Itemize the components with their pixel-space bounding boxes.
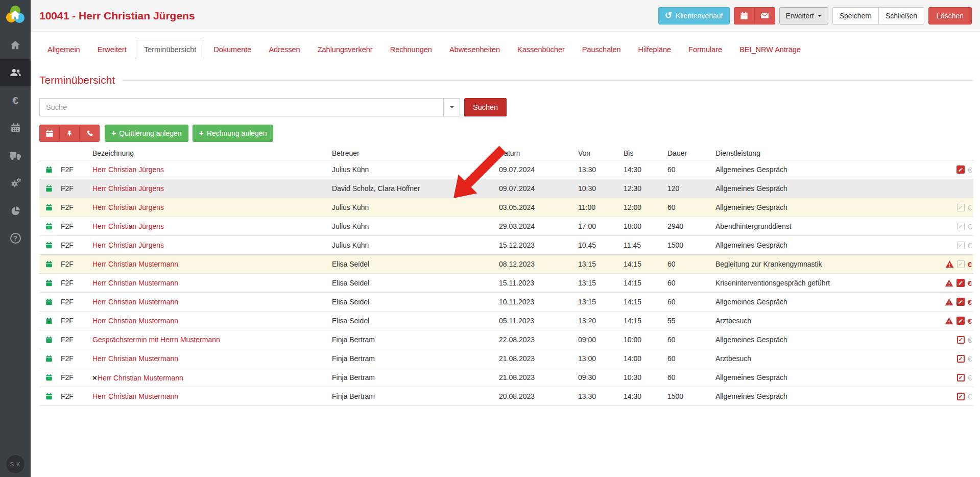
tab-zahlungsverkehr[interactable]: Zahlungsverkehr xyxy=(309,40,381,59)
sidebar-item-help[interactable]: ? xyxy=(0,224,31,252)
appointment-link[interactable]: Herr Christian Mustermann xyxy=(92,298,178,306)
cell-dauer: 1500 xyxy=(664,392,712,400)
search-row: Suchen xyxy=(39,98,973,116)
table-row[interactable]: F2FHerr Christian MustermannFinja Bertra… xyxy=(39,349,973,368)
edit-note-icon[interactable] xyxy=(957,279,965,287)
table-row[interactable]: F2FHerr Christian JürgensJulius Kühn09.0… xyxy=(39,160,973,179)
appointment-link[interactable]: Herr Christian Jürgens xyxy=(92,184,164,193)
loeschen-button[interactable]: Löschen xyxy=(928,7,972,25)
table-row[interactable]: F2FHerr Christian JürgensDavid Scholz, C… xyxy=(39,179,973,198)
cell-betreuer: Elisa Seidel xyxy=(328,260,495,268)
cell-dienstleistung: Allgemeines Gespräch xyxy=(712,298,934,306)
home-logo-icon xyxy=(9,9,21,21)
appointment-link[interactable]: Herr Christian Mustermann xyxy=(92,260,178,268)
appointment-link[interactable]: Herr Christian Mustermann xyxy=(92,317,178,325)
euro-status-icon: € xyxy=(968,298,972,306)
tab-dokumente[interactable]: Dokumente xyxy=(205,40,259,59)
quittierung-anlegen-button[interactable]: + Quittierung anlegen xyxy=(105,125,188,142)
user-avatar[interactable]: S K xyxy=(6,455,25,474)
speichern-button[interactable]: Speichern xyxy=(832,7,879,25)
appointment-link[interactable]: Herr Christian Jürgens xyxy=(92,241,164,249)
appointment-link[interactable]: Herr Christian Mustermann xyxy=(92,354,178,363)
suchen-button[interactable]: Suchen xyxy=(464,98,507,116)
table-row[interactable]: F2FHerr Christian MustermannElisa Seidel… xyxy=(39,312,973,330)
envelope-button[interactable] xyxy=(754,7,775,25)
checkbox-checked-gray-icon[interactable]: ✓ xyxy=(957,260,965,268)
table-row[interactable]: F2FHerr Christian JürgensJulius Kühn03.0… xyxy=(39,198,973,217)
tab-formulare[interactable]: Formulare xyxy=(680,40,730,59)
checkbox-checked-gray-icon[interactable]: ✓ xyxy=(957,223,965,230)
app-logo[interactable] xyxy=(5,6,26,25)
checkbox-checked-red-icon[interactable]: ✓ xyxy=(957,374,965,381)
sidebar-item-home[interactable] xyxy=(0,31,31,59)
appointment-link[interactable]: Herr Christian Jürgens xyxy=(92,222,164,230)
cell-betreuer: David Scholz, Clara Höffner xyxy=(328,184,495,193)
sidebar-item-calendar[interactable] xyxy=(0,114,31,141)
cell-betreuer: Julius Kühn xyxy=(328,165,495,174)
cell-bezeichnung: Herr Christian Jürgens xyxy=(89,165,328,174)
table-row[interactable]: F2FHerr Christian JürgensJulius Kühn29.0… xyxy=(39,217,973,236)
table-row[interactable]: F2FHerr Christian JürgensJulius Kühn15.1… xyxy=(39,236,973,255)
tab-hilfepläne[interactable]: Hilfepläne xyxy=(630,40,680,59)
checkbox-checked-red-icon[interactable]: ✓ xyxy=(957,393,965,400)
tab-abwesenheiten[interactable]: Abwesenheiten xyxy=(441,40,508,59)
appointment-link[interactable]: Gesprächstermin mit Herrn Mustermann xyxy=(92,336,220,344)
col-bis[interactable]: Bis xyxy=(620,149,664,157)
appointment-link[interactable]: Herr Christian Jürgens xyxy=(92,203,164,211)
rechnung-anlegen-button[interactable]: + Rechnung anlegen xyxy=(193,125,274,142)
appointment-link[interactable]: Herr Christian Jürgens xyxy=(92,165,164,174)
col-betreuer[interactable]: Betreuer xyxy=(328,149,495,157)
tab-rechnungen[interactable]: Rechnungen xyxy=(382,40,440,59)
sidebar-item-settings[interactable] xyxy=(0,169,31,197)
sidebar-item-finance[interactable]: € xyxy=(0,86,31,114)
table-row[interactable]: F2F×Herr Christian MustermannFinja Bertr… xyxy=(39,368,973,387)
calendar-button[interactable] xyxy=(39,125,60,142)
checkbox-checked-red-icon[interactable]: ✓ xyxy=(957,355,965,363)
euro-status-icon: € xyxy=(968,279,972,288)
pin-button[interactable] xyxy=(59,125,80,142)
gears-icon xyxy=(10,177,21,189)
table-row[interactable]: F2FHerr Christian MustermannElisa Seidel… xyxy=(39,274,973,293)
cell-bis: 14:15 xyxy=(620,279,664,287)
phone-button[interactable] xyxy=(79,125,100,142)
col-von[interactable]: Von xyxy=(575,149,620,157)
appointment-link[interactable]: Herr Christian Mustermann xyxy=(92,279,178,287)
sidebar-item-reports[interactable] xyxy=(0,197,31,224)
erweitert-dropdown-button[interactable]: Erweitert xyxy=(779,7,828,25)
search-options-dropdown[interactable] xyxy=(443,98,460,116)
table-row[interactable]: F2FHerr Christian MustermannFinja Bertra… xyxy=(39,387,973,406)
checkbox-checked-gray-icon[interactable]: ✓ xyxy=(957,242,965,249)
sidebar-item-clients[interactable] xyxy=(0,59,31,86)
tab-pauschalen[interactable]: Pauschalen xyxy=(574,40,629,59)
col-dienstleistung[interactable]: Dienstleistung xyxy=(712,149,934,157)
klientenverlauf-button[interactable]: ↺ Klientenverlauf xyxy=(658,7,730,25)
cell-dauer: 60 xyxy=(664,203,712,211)
col-bezeichnung[interactable]: Bezeichnung xyxy=(89,149,328,157)
col-datum[interactable]: Datum xyxy=(495,149,575,157)
edit-note-icon[interactable] xyxy=(957,298,965,306)
sidebar-item-transport[interactable] xyxy=(0,141,31,169)
cell-dauer: 60 xyxy=(664,165,712,174)
cell-betreuer: Julius Kühn xyxy=(328,203,495,211)
tab-erweitert[interactable]: Erweitert xyxy=(89,40,135,59)
tab-bei-nrw-anträge[interactable]: BEI_NRW Anträge xyxy=(731,40,809,59)
schliessen-button[interactable]: Schließen xyxy=(878,7,924,25)
table-row[interactable]: F2FHerr Christian MustermannElisa Seidel… xyxy=(39,255,973,274)
search-input[interactable] xyxy=(39,98,444,116)
edit-note-icon[interactable] xyxy=(957,317,965,325)
calendar-button[interactable] xyxy=(734,7,755,25)
tab-adressen[interactable]: Adressen xyxy=(260,40,308,59)
table-row[interactable]: F2FGesprächstermin mit Herrn MustermannF… xyxy=(39,330,973,349)
checkbox-checked-red-icon[interactable]: ✓ xyxy=(957,336,965,344)
tab-allgemein[interactable]: Allgemein xyxy=(39,40,88,59)
checkbox-checked-gray-icon[interactable]: ✓ xyxy=(957,204,965,211)
col-dauer[interactable]: Dauer xyxy=(664,149,712,157)
appointment-link[interactable]: Herr Christian Mustermann xyxy=(92,392,178,400)
appointment-link[interactable]: Herr Christian Mustermann xyxy=(98,374,183,382)
cell-bezeichnung: Herr Christian Mustermann xyxy=(89,317,328,325)
table-row[interactable]: F2FHerr Christian MustermannElisa Seidel… xyxy=(39,293,973,312)
tab-terminübersicht[interactable]: Terminübersicht xyxy=(136,40,204,59)
tab-kassenbücher[interactable]: Kassenbücher xyxy=(509,40,573,59)
cell-bis: 10:30 xyxy=(620,373,664,381)
edit-note-icon[interactable] xyxy=(957,165,965,174)
